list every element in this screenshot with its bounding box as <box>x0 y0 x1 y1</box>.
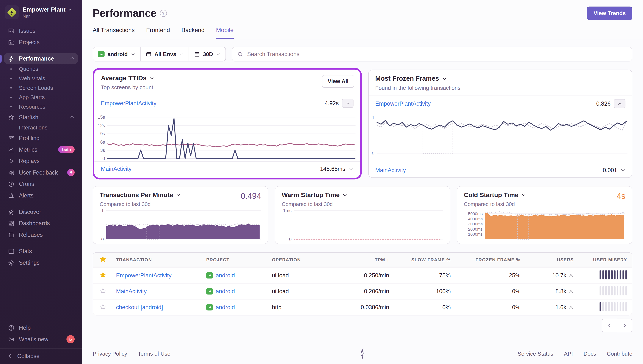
chevron-down-icon[interactable] <box>176 192 181 198</box>
footer-link-service-status[interactable]: Service Status <box>517 350 553 357</box>
frozen-rows: EmpowerPlantActivity0.826 <box>369 96 632 112</box>
sidebar-collapse-button[interactable]: Collapse <box>0 348 82 364</box>
chevron-up-icon <box>346 101 350 106</box>
tpm-cell: 0.206/min <box>341 288 394 294</box>
tab-frontend[interactable]: Frontend <box>146 27 170 39</box>
project-filter[interactable]: android <box>93 47 140 61</box>
sort-desc-icon: ↓ <box>387 257 389 262</box>
date-filter[interactable]: 30D <box>189 47 225 61</box>
footer-link-docs[interactable]: Docs <box>583 350 596 357</box>
page-title: Performance <box>93 7 156 20</box>
chevron-down-icon[interactable] <box>343 192 348 198</box>
sidebar-item-discover[interactable]: Discover <box>4 206 78 217</box>
star-outline-icon[interactable] <box>100 303 106 310</box>
sidebar-item-projects[interactable]: Projects <box>4 37 78 48</box>
transaction-link[interactable]: MainActivity <box>375 167 406 173</box>
star-filled-icon[interactable] <box>100 256 106 262</box>
sidebar-item-user-feedback[interactable]: User FeedbackB <box>4 167 78 178</box>
footer-link-contribute[interactable]: Contribute <box>607 350 632 357</box>
view-trends-button[interactable]: View Trends <box>587 6 632 20</box>
collapse-series-button[interactable] <box>342 99 354 108</box>
column-header-frozen-frame-[interactable]: FROZEN FRAME % <box>456 257 525 262</box>
column-header-operation[interactable]: OPERATION <box>267 257 341 262</box>
footer-link-terms-of-use[interactable]: Terms of Use <box>138 350 170 357</box>
android-project-icon <box>206 304 213 310</box>
sidebar-item-starfish[interactable]: Starfish <box>4 112 78 122</box>
folder-icon <box>8 39 15 46</box>
sidebar-item-alerts[interactable]: Alerts <box>4 190 78 201</box>
sidebar-item-issues[interactable]: Issues <box>4 25 78 36</box>
nav-badge: 5 <box>66 335 75 343</box>
sidebar-item-queries[interactable]: Queries <box>4 64 78 74</box>
sidebar-item-resources[interactable]: Resources <box>4 102 78 112</box>
transaction-link[interactable]: EmpowerPlantActivity <box>116 272 172 278</box>
sidebar-item-label: Alerts <box>19 192 75 198</box>
column-header-slow-frame-[interactable]: SLOW FRAME % <box>394 257 456 262</box>
column-header-star[interactable] <box>93 256 111 264</box>
sidebar-item-stats[interactable]: Stats <box>4 246 78 256</box>
header-tabs: All TransactionsFrontendBackendMobile <box>93 27 632 39</box>
sidebar-item-metrics[interactable]: Metricsbeta <box>4 144 78 155</box>
chevron-down-icon[interactable] <box>149 76 154 81</box>
environment-filter[interactable]: All Envs <box>140 47 189 61</box>
search-transactions-input[interactable] <box>246 50 627 58</box>
sidebar-item-web-vitals[interactable]: Web Vitals <box>4 74 78 83</box>
transaction-link[interactable]: checkout [android] <box>116 304 163 310</box>
android-project-icon <box>206 272 213 278</box>
tpm-value: 0.494 <box>241 191 261 201</box>
svg-text:6s: 6s <box>100 140 105 144</box>
sidebar-item-dashboards[interactable]: Dashboards <box>4 218 78 228</box>
transaction-link[interactable]: EmpowerPlantActivity <box>375 100 431 107</box>
table-header-row: TRANSACTIONPROJECTOPERATIONTPM ↓SLOW FRA… <box>93 253 632 267</box>
tab-all-transactions[interactable]: All Transactions <box>93 27 135 39</box>
transaction-link[interactable]: MainActivity <box>101 166 131 172</box>
widget-transaction-row: EmpowerPlantActivity0.826 <box>369 96 632 112</box>
svg-text:1: 1 <box>101 209 104 213</box>
tab-backend[interactable]: Backend <box>181 27 205 39</box>
sidebar-item-help[interactable]: Help <box>4 322 78 333</box>
sidebar-item-replays[interactable]: Replays <box>4 156 78 166</box>
sidebar-item-screen-loads[interactable]: Screen Loads <box>4 83 78 92</box>
column-header-users[interactable]: USERS <box>525 257 579 262</box>
sidebar-item-performance[interactable]: Performance <box>4 53 78 64</box>
collapse-series-button[interactable] <box>614 99 625 108</box>
transaction-link[interactable]: MainActivity <box>116 288 147 294</box>
previous-page-button[interactable] <box>602 319 617 332</box>
column-header-user-misery[interactable]: USER MISERY <box>579 257 632 262</box>
transaction-link[interactable]: EmpowerPlantActivity <box>101 100 156 106</box>
sidebar-item-profiling[interactable]: Profiling <box>4 133 78 143</box>
sidebar-item-app-starts[interactable]: App Starts <box>4 92 78 102</box>
expand-series-button[interactable] <box>620 168 625 172</box>
expand-series-button[interactable] <box>349 166 353 171</box>
sidebar-item-settings[interactable]: Settings <box>4 257 78 268</box>
project-link[interactable]: android <box>206 304 262 310</box>
sidebar-item-releases[interactable]: Releases <box>4 229 78 240</box>
chevron-down-icon[interactable] <box>521 192 526 198</box>
chevron-down-icon <box>179 52 183 56</box>
inbox-icon <box>8 27 15 34</box>
page-filter-group: android All Envs 30D <box>93 47 226 62</box>
sidebar-item-interactions[interactable]: Interactions <box>4 123 78 132</box>
project-link[interactable]: android <box>206 272 262 278</box>
view-all-button[interactable]: View All <box>322 75 354 88</box>
sidebar-item-crons[interactable]: Crons <box>4 179 78 189</box>
project-link[interactable]: android <box>206 288 262 294</box>
column-header-tpm[interactable]: TPM ↓ <box>341 257 394 262</box>
footer-link-privacy-policy[interactable]: Privacy Policy <box>93 350 127 357</box>
frozen-frame-cell: 0% <box>456 304 525 310</box>
column-header-transaction[interactable]: TRANSACTION <box>111 257 201 262</box>
sidebar-item-whats-new[interactable]: What's new5 <box>4 334 78 345</box>
star-outline-icon[interactable] <box>100 288 106 294</box>
org-switcher[interactable]: Empower Plant Nar <box>0 0 82 23</box>
table-row: MainActivityandroidui.load0.206/min100%0… <box>93 283 632 299</box>
chevron-up-icon <box>70 114 75 119</box>
star-filled-icon[interactable] <box>100 272 106 278</box>
footer-link-api[interactable]: API <box>564 350 573 357</box>
help-icon[interactable]: ? <box>160 10 167 17</box>
chevron-down-icon[interactable] <box>442 76 447 81</box>
tab-mobile[interactable]: Mobile <box>216 27 234 39</box>
column-header-project[interactable]: PROJECT <box>201 257 267 262</box>
user-misery-bars <box>599 270 627 279</box>
chevron-down-icon <box>216 52 220 56</box>
next-page-button[interactable] <box>617 319 632 332</box>
